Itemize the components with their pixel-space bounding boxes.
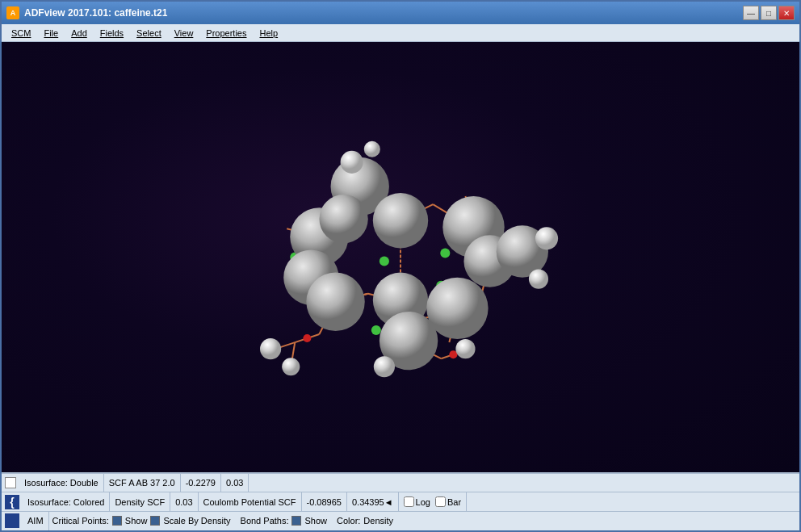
aim-content: Critical Points: Show Scale By Density B… bbox=[49, 516, 396, 526]
menu-file[interactable]: File bbox=[37, 27, 65, 40]
svg-point-78 bbox=[529, 270, 548, 289]
svg-point-59 bbox=[440, 248, 450, 258]
maximize-button[interactable]: □ bbox=[761, 6, 777, 20]
svg-point-76 bbox=[282, 358, 300, 375]
aim-row: AIM Critical Points: Show Scale By Densi… bbox=[2, 512, 799, 530]
log-checkbox[interactable] bbox=[404, 496, 414, 507]
svg-point-77 bbox=[374, 356, 395, 377]
svg-point-51 bbox=[303, 334, 311, 342]
row2-field: Density SCF bbox=[110, 492, 170, 510]
row2-log: Log Bar bbox=[399, 492, 467, 510]
app-icon: A bbox=[6, 6, 19, 19]
row1-checkbox[interactable] bbox=[5, 477, 16, 488]
svg-point-58 bbox=[371, 325, 381, 335]
menu-fields[interactable]: Fields bbox=[94, 27, 130, 40]
row1-value1: -0.2279 bbox=[181, 474, 221, 492]
critical-points-checkbox[interactable] bbox=[112, 516, 122, 526]
svg-point-65 bbox=[319, 195, 367, 243]
status-row-2: { Isosurface: Colored Density SCF 0.03 C… bbox=[2, 492, 799, 511]
main-window: A ADFview 2017.101: caffeine.t21 — □ ✕ S… bbox=[0, 0, 801, 532]
color-value: Density bbox=[363, 516, 393, 526]
title-bar: A ADFview 2017.101: caffeine.t21 — □ ✕ bbox=[2, 2, 799, 24]
svg-point-79 bbox=[455, 339, 475, 358]
molecule-visualization bbox=[2, 42, 799, 472]
status-row-1: Isosurface: Double SCF A AB 37 2.0 -0.22… bbox=[2, 474, 799, 492]
show-label-1: Show bbox=[125, 516, 148, 526]
bar-label: Bar bbox=[447, 497, 461, 507]
menu-view[interactable]: View bbox=[168, 27, 200, 40]
aim-label: AIM bbox=[23, 512, 49, 530]
row1-extra bbox=[249, 474, 258, 492]
row1-label: Isosurface: Double bbox=[19, 474, 104, 492]
critical-points-label: Critical Points: bbox=[52, 516, 109, 526]
title-bar-left: A ADFview 2017.101: caffeine.t21 bbox=[6, 6, 167, 19]
menu-select[interactable]: Select bbox=[130, 27, 168, 40]
svg-point-56 bbox=[380, 256, 389, 266]
menu-add[interactable]: Add bbox=[65, 27, 94, 40]
menu-scm[interactable]: SCM bbox=[5, 27, 37, 40]
menu-help[interactable]: Help bbox=[253, 27, 284, 40]
row1-value2: 0.03 bbox=[221, 474, 249, 492]
scale-by-density-label: Scale By Density bbox=[163, 516, 230, 526]
svg-point-61 bbox=[373, 193, 428, 248]
row2-icon: { bbox=[5, 495, 19, 509]
svg-point-67 bbox=[306, 273, 364, 331]
menu-bar: SCM File Add Fields Select View Properti… bbox=[2, 24, 799, 42]
aim-icon bbox=[5, 513, 19, 528]
3d-viewport[interactable] bbox=[2, 42, 799, 472]
bond-paths-checkbox[interactable] bbox=[291, 516, 301, 526]
row2-max: 0.34395◄ bbox=[347, 492, 399, 510]
scale-density-checkbox[interactable] bbox=[150, 516, 160, 526]
show-label-2: Show bbox=[304, 516, 327, 526]
svg-point-73 bbox=[364, 141, 380, 157]
close-button[interactable]: ✕ bbox=[778, 6, 795, 20]
title-buttons: — □ ✕ bbox=[743, 6, 795, 20]
svg-point-48 bbox=[449, 350, 457, 358]
row2-coulomb: Coulomb Potential SCF bbox=[199, 492, 302, 510]
svg-point-75 bbox=[260, 338, 281, 359]
minimize-button[interactable]: — bbox=[743, 6, 759, 20]
svg-point-74 bbox=[535, 227, 558, 249]
log-label: Log bbox=[416, 497, 430, 507]
svg-point-72 bbox=[341, 151, 363, 174]
status-bar: Isosurface: Double SCF A AB 37 2.0 -0.22… bbox=[2, 472, 799, 530]
row2-min: -0.08965 bbox=[302, 492, 347, 510]
bond-paths-label: Bond Paths: bbox=[241, 516, 289, 526]
window-title: ADFview 2017.101: caffeine.t21 bbox=[24, 7, 167, 19]
row2-label: Isosurface: Colored bbox=[23, 492, 110, 510]
bar-checkbox[interactable] bbox=[435, 496, 446, 507]
color-label: Color: bbox=[337, 516, 360, 526]
row2-value1: 0.03 bbox=[170, 492, 198, 510]
row1-field: SCF A AB 37 2.0 bbox=[104, 474, 181, 492]
menu-properties[interactable]: Properties bbox=[199, 27, 253, 40]
